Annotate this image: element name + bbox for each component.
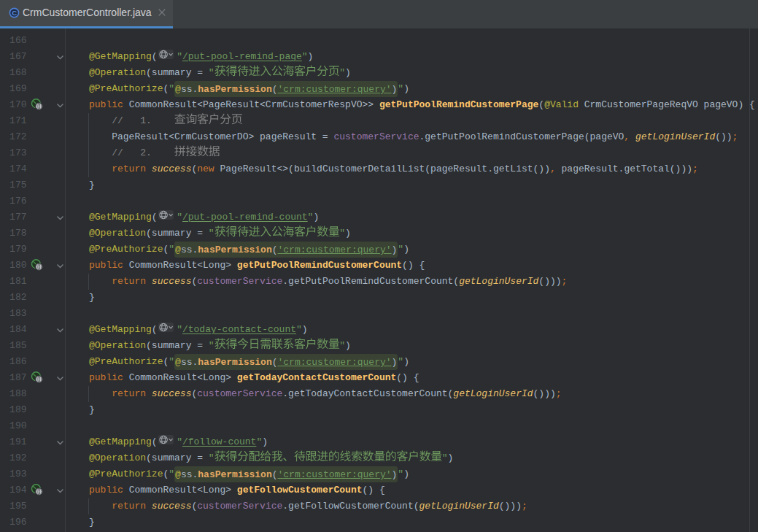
svg-text:C: C bbox=[12, 9, 17, 17]
